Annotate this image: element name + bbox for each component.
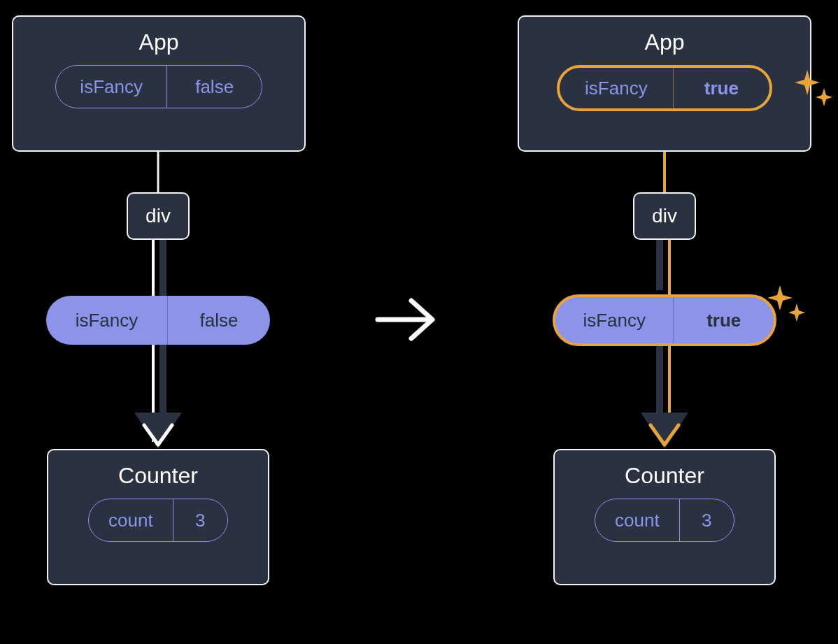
app-title-left: App [139, 29, 179, 55]
pill-value: 3 [173, 499, 227, 541]
svg-marker-12 [641, 413, 688, 449]
diagram-stage: App isFancy false div isFancy false Coun… [0, 0, 838, 644]
counter-state-pill-left: count 3 [88, 499, 228, 542]
sparkle-icon [767, 282, 805, 324]
pill-value: false [167, 66, 262, 108]
app-box-right: App isFancy true [518, 15, 811, 152]
app-box-left: App isFancy false [12, 15, 306, 152]
pill-key: isFancy [560, 68, 673, 108]
pill-value: 3 [680, 499, 734, 541]
app-state-pill-right: isFancy true [557, 65, 772, 111]
counter-box-right: Counter count 3 [553, 449, 776, 585]
div-label-right: div [652, 205, 677, 227]
pill-key: isFancy [56, 66, 166, 108]
counter-box-left: Counter count 3 [47, 449, 269, 585]
div-box-right: div [633, 192, 696, 240]
div-label-left: div [145, 205, 171, 227]
counter-state-pill-right: count 3 [595, 499, 734, 542]
sparkle-icon [795, 67, 832, 109]
prop-pill-right: isFancy true [553, 294, 776, 346]
app-state-pill-left: isFancy false [55, 65, 262, 108]
app-title-right: App [645, 29, 685, 55]
pill-key: count [595, 499, 679, 541]
svg-marker-5 [134, 413, 182, 449]
pill-value: false [168, 296, 270, 345]
pill-key: isFancy [46, 296, 167, 345]
counter-title-left: Counter [118, 463, 198, 489]
prop-pill-left: isFancy false [46, 296, 270, 345]
pill-value: true [674, 68, 769, 108]
pill-key: count [89, 499, 173, 541]
counter-title-right: Counter [625, 463, 704, 489]
arrow-right-icon [378, 301, 432, 338]
pill-key: isFancy [555, 297, 673, 343]
div-box-left: div [127, 192, 190, 240]
pill-value: true [674, 297, 774, 343]
